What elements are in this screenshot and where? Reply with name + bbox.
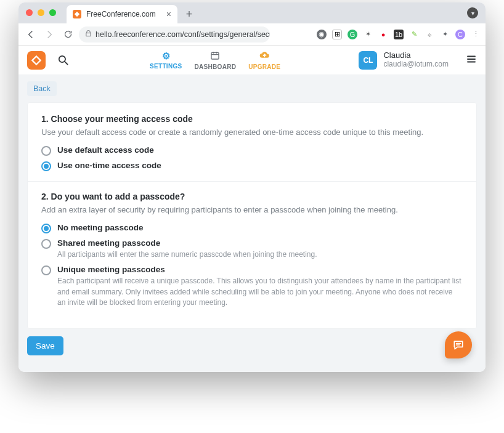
gear-icon: ⚙ [162, 51, 170, 62]
app-logo-icon[interactable] [27, 51, 46, 70]
radio-onetime-access-code[interactable]: Use one-time access code [41, 161, 463, 171]
app-header: ⚙ SETTINGS DASHBOARD UPGRADE CL Claudia … [18, 46, 486, 75]
extension-icon[interactable]: ◉ [317, 30, 327, 39]
window-controls [26, 9, 56, 16]
extension-icon[interactable]: ⊞ [332, 30, 342, 39]
radio-label: Unique meeting passcodes [57, 265, 463, 274]
hamburger-menu-icon[interactable] [466, 54, 477, 67]
back-button[interactable]: Back [27, 81, 57, 96]
radio-sublabel: Each participant will receive a unique p… [57, 276, 463, 308]
nav-upgrade[interactable]: UPGRADE [248, 50, 280, 70]
section-passcode-desc: Add an extra layer of security by requir… [41, 205, 463, 214]
save-button[interactable]: Save [27, 336, 63, 355]
svg-rect-2 [211, 52, 219, 59]
browser-reload-button[interactable] [60, 27, 75, 42]
search-icon [57, 54, 69, 66]
section-passcode-title: 2. Do you want to add a passcode? [41, 192, 463, 201]
section-access-code-title: 1. Choose your meeting access code [41, 114, 463, 124]
cloud-upload-icon [259, 50, 270, 62]
calendar-icon [210, 51, 220, 62]
extension-icon[interactable]: 1b [394, 30, 404, 39]
radio-sublabel: All participants will enter the same num… [57, 249, 317, 260]
nav-settings-label: SETTINGS [150, 63, 182, 70]
divider [28, 181, 476, 182]
extension-icon[interactable]: ⟐ [425, 30, 434, 39]
radio-icon [41, 224, 51, 233]
lock-icon [85, 30, 92, 39]
window-minimize-button[interactable] [38, 9, 44, 16]
radio-no-passcode[interactable]: No meeting passcode [41, 223, 463, 233]
tab-favicon-icon [73, 10, 81, 18]
radio-label: Shared meeting passcode [57, 238, 317, 248]
nav-settings[interactable]: ⚙ SETTINGS [150, 51, 182, 70]
user-email: claudia@iotum.com [383, 60, 449, 69]
tab-close-icon[interactable]: × [166, 9, 171, 19]
window-close-button[interactable] [26, 9, 33, 16]
radio-icon [41, 265, 51, 275]
settings-card: 1. Choose your meeting access code Use y… [27, 102, 477, 329]
nav-dashboard[interactable]: DASHBOARD [195, 51, 237, 70]
extension-icon[interactable]: G [348, 30, 357, 39]
radio-label: No meeting passcode [57, 223, 144, 232]
extension-icon[interactable]: ● [378, 30, 388, 39]
search-button[interactable] [54, 52, 71, 69]
extension-icon[interactable]: ✶ [363, 30, 373, 39]
radio-icon [41, 239, 51, 249]
window-maximize-button[interactable] [49, 9, 56, 16]
page-content: Back 1. Choose your meeting access code … [18, 75, 486, 372]
radio-icon [41, 161, 51, 171]
extension-icon[interactable]: ✎ [409, 30, 419, 39]
profile-avatar-icon[interactable]: C [455, 30, 465, 39]
radio-unique-passcode[interactable]: Unique meeting passcodes Each participan… [41, 265, 463, 308]
chat-icon [452, 339, 465, 351]
new-tab-button[interactable]: + [181, 6, 197, 22]
radio-shared-passcode[interactable]: Shared meeting passcode All participants… [41, 238, 463, 260]
browser-toolbar: hello.freeconference.com/conf/settings/g… [18, 23, 486, 46]
address-bar[interactable]: hello.freeconference.com/conf/settings/g… [79, 26, 270, 42]
radio-label: Use one-time access code [57, 161, 161, 170]
nav-upgrade-label: UPGRADE [248, 63, 280, 70]
extensions-puzzle-icon[interactable]: ✦ [440, 30, 450, 39]
radio-default-access-code[interactable]: Use default access code [41, 145, 463, 156]
user-menu[interactable]: CL Claudia claudia@iotum.com [359, 51, 449, 70]
window-menu-icon[interactable]: ▾ [467, 7, 478, 18]
browser-back-button[interactable] [23, 27, 38, 42]
browser-forward-button[interactable] [42, 27, 57, 42]
url-text: hello.freeconference.com/conf/settings/g… [96, 30, 270, 39]
tab-title: FreeConference.com [86, 10, 156, 18]
radio-icon [41, 146, 51, 156]
svg-line-1 [64, 62, 67, 65]
browser-tab-bar: FreeConference.com × + ▾ [18, 2, 486, 23]
radio-label: Use default access code [57, 145, 154, 155]
section-access-code-desc: Use your default access code or create a… [41, 127, 463, 137]
user-name: Claudia [383, 51, 449, 60]
extension-icons: ◉ ⊞ G ✶ ● 1b ✎ ⟐ ✦ C ⋮ [317, 30, 481, 39]
browser-tab[interactable]: FreeConference.com × [67, 5, 177, 23]
nav-dashboard-label: DASHBOARD [195, 63, 237, 70]
browser-menu-icon[interactable]: ⋮ [471, 30, 481, 39]
chat-fab[interactable] [445, 331, 472, 358]
user-avatar: CL [359, 51, 377, 70]
